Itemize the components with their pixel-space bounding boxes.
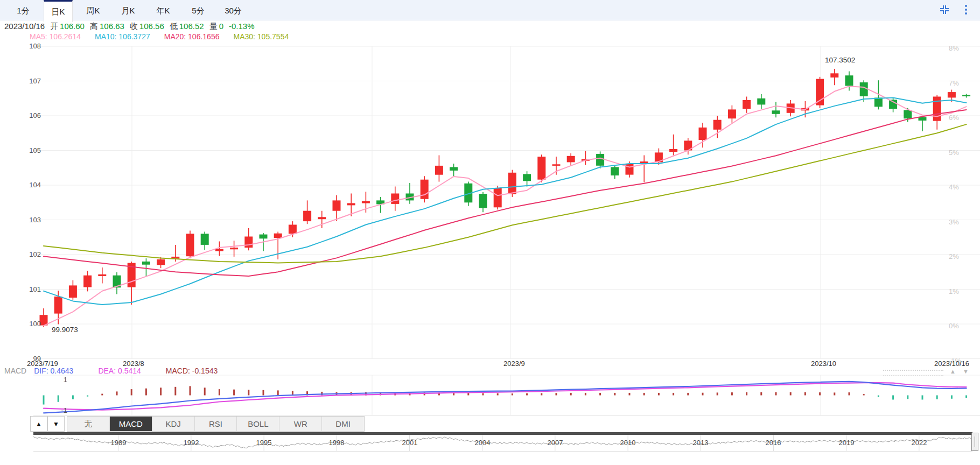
ma-value-0: MA5: 106.2614 — [30, 32, 81, 41]
indicator-tab-4[interactable]: BOLL — [237, 417, 279, 431]
quote-field-value-1: 106.63 — [100, 22, 124, 31]
percent-tick-0: 8% — [949, 44, 959, 52]
navigator-year-3: 1998 — [329, 439, 345, 447]
date-tick-2: 2023/9 — [503, 360, 525, 368]
kline-chart-app: 1分日K周K月K年K5分30分 2023/10/16开106.60高106.63… — [0, 0, 980, 465]
navigator-year-7: 2010 — [620, 439, 636, 447]
percent-tick-4: 4% — [949, 183, 959, 191]
price-tick-3: 105 — [0, 146, 41, 154]
navigator-year-10: 2019 — [839, 439, 855, 447]
quote-info-bar: 2023/10/16开106.60高106.63收106.56低106.52量0… — [4, 22, 255, 32]
ma-value-3: MA30: 105.7554 — [233, 32, 289, 41]
quote-field-label-2: 收 — [130, 22, 138, 31]
indicator-down-button[interactable]: ▼ — [47, 416, 65, 432]
macd-tick-0: 1 — [51, 376, 67, 384]
quote-field-value-4: 0 — [219, 22, 223, 31]
quote-change: -0.13% — [229, 22, 255, 31]
navigator-year-2: 1995 — [256, 439, 272, 447]
percent-tick-8: 0% — [949, 322, 959, 330]
price-tick-5: 103 — [0, 216, 41, 224]
price-annotation-0: 107.3502 — [825, 56, 855, 64]
price-tick-1: 107 — [0, 77, 41, 85]
navigator-year-5: 2004 — [475, 439, 491, 447]
quote-field-label-0: 开 — [50, 22, 58, 31]
indicator-tab-5[interactable]: WR — [279, 417, 322, 431]
collapse-icon[interactable] — [938, 3, 951, 16]
period-tab-4[interactable]: 年K — [149, 0, 178, 20]
period-tab-0[interactable]: 1分 — [9, 0, 38, 20]
price-tick-6: 102 — [0, 250, 41, 258]
price-tick-2: 106 — [0, 111, 41, 119]
percent-tick-1: 7% — [949, 79, 959, 87]
timeline-navigator[interactable]: 1989199219951998200120042007201020132016… — [33, 435, 972, 452]
indicator-tab-3[interactable]: RSI — [195, 417, 237, 431]
price-tick-8: 100 — [0, 320, 41, 328]
navigator-year-11: 2022 — [912, 439, 927, 447]
navigator-year-1: 1992 — [184, 439, 199, 447]
price-annotation-1: 99.9073 — [52, 326, 78, 334]
navigator-year-6: 2007 — [548, 439, 563, 447]
price-tick-7: 101 — [0, 285, 41, 293]
percent-tick-2: 6% — [949, 114, 959, 122]
ma-overlay-bar: MA5: 106.2614MA10: 106.3727MA20: 106.165… — [30, 32, 303, 43]
quote-field-label-3: 低 — [170, 22, 178, 31]
more-menu-icon[interactable] — [960, 3, 972, 16]
indicator-tab-6[interactable]: DMI — [322, 417, 364, 431]
indicator-up-button[interactable]: ▲ — [30, 416, 47, 432]
period-tab-5[interactable]: 5分 — [184, 0, 213, 20]
date-tick-4: 2023/10/16 — [934, 360, 969, 368]
period-tab-3[interactable]: 月K — [114, 0, 143, 20]
quote-field-value-0: 106.60 — [60, 22, 85, 31]
quote-field-value-2: 106.56 — [139, 22, 164, 31]
macd-tick-1: -1 — [51, 406, 67, 414]
percent-tick-3: 5% — [949, 149, 959, 157]
candlestick-chart[interactable] — [0, 43, 980, 361]
price-tick-4: 104 — [0, 181, 41, 189]
indicator-tab-bar: 无MACDKDJRSIBOLLWRDMI — [67, 416, 365, 432]
percent-tick-6: 2% — [949, 252, 959, 260]
quote-field-value-3: 106.52 — [179, 22, 204, 31]
ma-value-1: MA10: 106.3727 — [95, 32, 150, 41]
ma-value-2: MA20: 106.1656 — [164, 32, 220, 41]
percent-tick-5: 3% — [949, 218, 959, 226]
date-tick-3: 2023/10 — [811, 360, 836, 368]
quote-field-label-1: 高 — [90, 22, 98, 31]
percent-tick-7: 1% — [949, 287, 959, 295]
quote-date: 2023/10/16 — [4, 22, 45, 31]
period-tab-2[interactable]: 周K — [79, 0, 108, 20]
navigator-year-0: 1989 — [111, 439, 127, 447]
macd-panel[interactable] — [0, 374, 980, 416]
indicator-tab-2[interactable]: KDJ — [152, 417, 195, 431]
navigator-handle[interactable] — [971, 433, 978, 451]
navigator-chart — [33, 435, 972, 451]
quote-field-label-4: 量 — [209, 22, 218, 31]
price-tick-0: 108 — [0, 42, 41, 50]
period-tab-bar: 1分日K周K月K年K5分30分 — [0, 0, 980, 20]
period-tab-6[interactable]: 30分 — [219, 0, 248, 20]
navigator-year-9: 2016 — [766, 439, 781, 447]
navigator-year-8: 2013 — [693, 439, 709, 447]
period-tabs: 1分日K周K月K年K5分30分 — [9, 0, 254, 20]
period-tab-1[interactable]: 日K — [44, 0, 73, 22]
indicator-tab-0[interactable]: 无 — [67, 417, 110, 431]
navigator-year-4: 2001 — [402, 439, 418, 447]
header-icons — [938, 3, 972, 16]
indicator-tab-1[interactable]: MACD — [110, 417, 152, 431]
